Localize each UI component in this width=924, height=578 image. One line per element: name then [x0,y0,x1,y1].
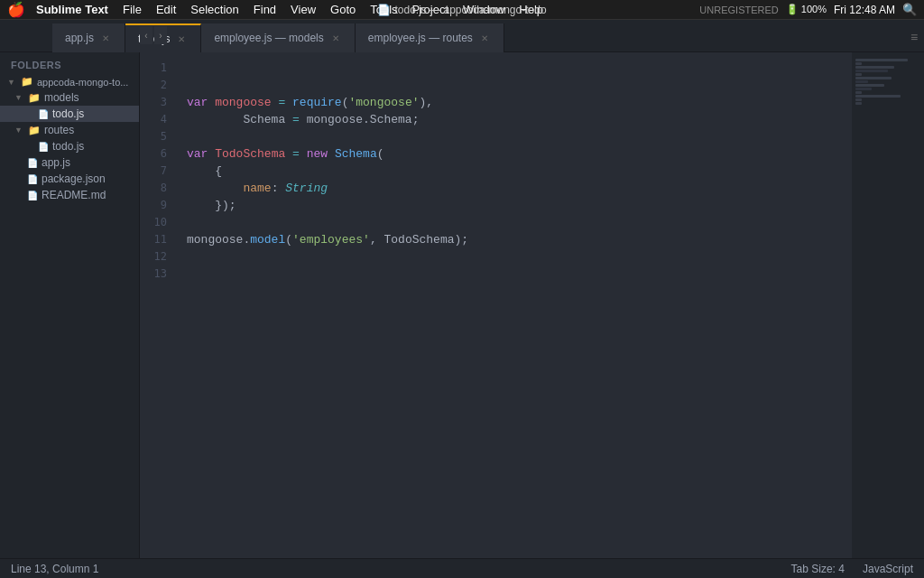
clock: Fri 12:48 AM [834,4,895,16]
code-line-13 [187,266,852,283]
tab-bar: ‹ › app.js ✕ todo.js ✕ employee.js — mod… [0,20,924,52]
folder-icon: 📁 [28,92,41,104]
sidebar-item-label: todo.js [52,140,84,153]
tab-close-app-js[interactable]: ✕ [99,32,112,44]
sidebar-item-label: app.js [42,156,70,169]
folder-icon: 📁 [21,76,33,88]
status-right: Tab Size: 4 JavaScript [791,563,913,575]
line-numbers: 1 2 3 4 5 6 7 8 9 10 11 12 13 [140,52,176,558]
menu-selection[interactable]: Selection [190,3,238,16]
code-line-12 [187,248,852,266]
menu-find[interactable]: Find [254,3,276,16]
title-text: todo.js — appcoda-mongo-todo [394,4,546,16]
sidebar-item-label: models [44,91,79,104]
tab-app-js[interactable]: app.js ✕ [52,23,125,52]
search-icon[interactable]: 🔍 [902,3,917,16]
folder-icon: 📁 [28,125,41,136]
menu-goto[interactable]: Goto [330,3,356,16]
sublime-text-window: ‹ › app.js ✕ todo.js ✕ employee.js — mod… [0,20,924,578]
js-file-icon: 📄 [38,142,49,152]
caret-icon: ▼ [14,93,23,102]
sidebar-item-routes[interactable]: ▼ 📁 routes [0,122,139,138]
sidebar-item-models[interactable]: ▼ 📁 models [0,89,139,106]
minimap-toggle[interactable]: ≡ [904,23,924,51]
tab-nav-right[interactable]: › [154,26,167,44]
menu-edit[interactable]: Edit [156,3,176,16]
sidebar: FOLDERS ▼ 📁 appcoda-mongo-to... ▼ 📁 mode… [0,52,140,558]
menubar: 🍎 Sublime Text File Edit Selection Find … [0,0,924,20]
unregistered-label: UNREGISTERED [699,5,778,15]
code-line-3: var mongoose = require('mongoose'), [187,94,852,111]
code-line-9: }); [187,197,852,214]
sidebar-item-models-todo[interactable]: 📄 todo.js [0,106,139,122]
title-icon: 📄 [377,4,391,16]
tab-label: employee.js — models [214,32,323,44]
tab-employee-models[interactable]: employee.js — models ✕ [201,23,355,52]
tab-employee-routes[interactable]: employee.js — routes ✕ [356,23,504,52]
tab-size: Tab Size: 4 [791,563,845,575]
menu-right: UNREGISTERED 🔋 100% Fri 12:48 AM 🔍 [699,0,917,19]
sidebar-item-package-json[interactable]: 📄 package.json [0,171,139,187]
code-line-1 [187,60,852,77]
code-line-10 [187,214,852,231]
sidebar-item-routes-todo[interactable]: 📄 todo.js [0,138,139,154]
sidebar-item-label: todo.js [52,107,84,120]
code-line-7: { [187,163,852,180]
code-line-4: Schema = mongoose.Schema; [187,111,852,128]
sidebar-header: FOLDERS [0,52,139,74]
minimap [852,52,924,558]
minimap-preview [852,52,924,111]
sidebar-item-label: package.json [42,172,106,185]
code-line-5 [187,128,852,145]
json-file-icon: 📄 [27,174,38,184]
code-editor[interactable]: var mongoose = require('mongoose'), Sche… [176,52,852,558]
tab-close-employee-models[interactable]: ✕ [329,32,342,44]
menu-file[interactable]: File [123,3,142,16]
tab-label: employee.js — routes [368,32,473,44]
sidebar-item-readme-md[interactable]: 📄 README.md [0,187,139,203]
tab-label: app.js [65,32,94,44]
tab-nav-left[interactable]: ‹ [140,26,152,44]
md-file-icon: 📄 [27,191,38,200]
syntax-label[interactable]: JavaScript [863,563,913,575]
main-area: FOLDERS ▼ 📁 appcoda-mongo-to... ▼ 📁 mode… [0,52,924,558]
status-position: Line 13, Column 1 [11,563,791,575]
tab-close-todo-js[interactable]: ✕ [175,33,188,45]
sidebar-item-label: routes [44,124,74,136]
apple-menu[interactable]: 🍎 [7,1,25,18]
menu-app-name[interactable]: Sublime Text [36,3,108,16]
sidebar-item-label: appcoda-mongo-to... [37,77,129,88]
code-line-6: var TodoSchema = new Schema( [187,145,852,163]
tab-close-employee-routes[interactable]: ✕ [478,32,491,44]
menu-view[interactable]: View [291,3,316,16]
code-line-2 [187,77,852,94]
editor-area[interactable]: 1 2 3 4 5 6 7 8 9 10 11 12 13 var mongoo… [140,52,924,558]
sidebar-item-app-js[interactable]: 📄 app.js [0,154,139,171]
code-line-8: name: String [187,180,852,197]
caret-icon: ▼ [7,78,15,87]
js-file-icon: 📄 [38,109,49,119]
code-line-11: mongoose.model('employees', TodoSchema); [187,231,852,248]
caret-icon: ▼ [14,126,23,135]
window-title: 📄 todo.js — appcoda-mongo-todo [377,4,546,16]
status-bar: Line 13, Column 1 Tab Size: 4 JavaScript [0,558,924,578]
battery-icon: 🔋 100% [786,4,827,15]
sidebar-item-label: README.md [42,189,106,201]
sidebar-item-root[interactable]: ▼ 📁 appcoda-mongo-to... [0,74,139,89]
js-file-icon: 📄 [27,158,38,168]
